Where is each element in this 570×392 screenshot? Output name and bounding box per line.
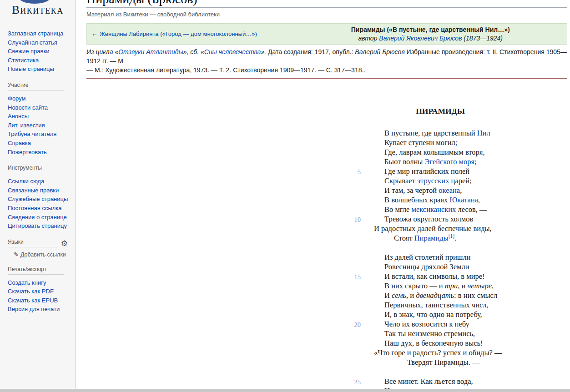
- wikisource-logo-icon: [19, 0, 50, 4]
- footnote-link[interactable]: [1]: [449, 233, 454, 239]
- gear-icon[interactable]: ⚙: [61, 240, 68, 247]
- author-link[interactable]: Валерий Яковлевич Брюсов: [379, 35, 462, 42]
- wiki-link[interactable]: Пирамиды: [414, 234, 449, 242]
- sidebar-link[interactable]: Заглавная страница: [8, 30, 63, 37]
- sidebar-item: Статистика: [8, 56, 76, 65]
- poem-text: Купает ступени могил;: [384, 138, 457, 147]
- sidebar-link[interactable]: Служебные страницы: [8, 196, 68, 202]
- info-mid2: ».: [261, 48, 268, 55]
- sidebar-link[interactable]: Цитировать страницу: [8, 222, 67, 229]
- wikisource-logo[interactable]: Викитека: [0, 0, 76, 25]
- sidebar-link[interactable]: Постоянная ссылка: [8, 205, 62, 211]
- poem-text: , и: [458, 281, 467, 290]
- sidebar-item: Скачать как PDF: [8, 287, 76, 296]
- wiki-link[interactable]: Эгейского моря: [424, 157, 474, 166]
- poem-line: И, в знак, что одно на потребу,: [384, 310, 567, 319]
- poem-line: И радостных далей беспечные виды,: [374, 224, 567, 233]
- line-number: 5: [336, 167, 361, 177]
- wiki-link[interactable]: Юкатана: [449, 196, 478, 204]
- poem-text: Чело их возносится к небу: [384, 320, 469, 328]
- horizontal-scrollbar[interactable]: [0, 389, 570, 392]
- add-links-label: Добавить ссылки: [20, 251, 66, 258]
- poem-text: Тревожа округлость холмов: [384, 215, 473, 223]
- wiki-link[interactable]: Нил: [477, 129, 490, 137]
- sidebar-link[interactable]: Трибуна читателя: [8, 131, 56, 137]
- poem-line: Ровесницы дряхлой Земли: [384, 262, 567, 271]
- sidebar-link[interactable]: Сведения о странице: [8, 214, 67, 221]
- sidebar-item: Лит. известия: [8, 121, 76, 130]
- sidebar-link[interactable]: Создать книгу: [8, 279, 46, 286]
- work-header: Пирамиды («В пустыне, где царственный Ни…: [298, 26, 562, 42]
- info-created: Дата создания: 1917, опубл.:: [268, 48, 355, 55]
- sidebar-item: Ссылки сюда: [8, 177, 76, 186]
- sidebar-link[interactable]: Скачать как PDF: [8, 288, 54, 295]
- poem-text: Где мир италийских полей: [384, 167, 469, 176]
- sidebar-link[interactable]: Пожертвовать: [8, 149, 47, 156]
- work-title: Пирамиды («В пустыне, где царственный Ни…: [298, 26, 562, 33]
- info-cycle-prefix: Из цикла «: [86, 48, 118, 55]
- emphasized-word: семь: [392, 291, 406, 300]
- sidebar-item: Форум: [8, 94, 76, 103]
- sidebar-item: Трибуна читателя: [8, 130, 76, 139]
- sidebar-link[interactable]: Статистика: [8, 57, 39, 64]
- content-area: Пирамиды (Брюсов) Материал из Викитеки —…: [76, 0, 570, 389]
- section-heading-participation: Участие: [8, 80, 64, 90]
- poem-navigation-box: ←Женщины Лабиринта («Город — дом многоко…: [86, 23, 567, 45]
- collection-link[interactable]: Сны человечества: [204, 48, 261, 55]
- poem-line: Стоят Пирамиды[1].: [394, 233, 567, 243]
- sidebar-link[interactable]: Скачать как EPUB: [8, 297, 58, 304]
- sidebar-link[interactable]: Анонсы: [8, 113, 29, 120]
- sidebar-link[interactable]: Новые страницы: [8, 65, 54, 72]
- sidebar-link[interactable]: Лит. известия: [8, 122, 45, 129]
- sidebar-item: Анонсы: [8, 112, 76, 121]
- sidebar-link[interactable]: Версия для печати: [8, 306, 60, 312]
- sidebar-link[interactable]: Форум: [8, 95, 26, 102]
- sidebar-section-participation: Участие ФорумНовости сайтаАнонсыЛит. изв…: [0, 80, 76, 156]
- poem-text: И радостных далей беспечные виды,: [374, 224, 492, 233]
- sidebar-link[interactable]: Случайная статья: [8, 39, 57, 46]
- poem-body: В пустыне, где царственный НилКупает сту…: [384, 128, 567, 392]
- poem-line: Твердят Пирамиды. —: [407, 357, 567, 367]
- poem-text: Из далей столетий пришли: [384, 253, 471, 261]
- sidebar-link[interactable]: Ссылки сюда: [8, 178, 44, 185]
- poem-line: 10Тревожа округлость холмов: [384, 214, 567, 224]
- poem-text: Все минет. Как льется вода,: [384, 377, 473, 386]
- sidebar-link[interactable]: Справка: [8, 140, 31, 146]
- page-title: Пирамиды (Брюсов): [86, 0, 567, 8]
- poem-text: В волшебных краях: [384, 196, 449, 204]
- line-number: 20: [336, 320, 361, 330]
- left-arrow-icon: ←: [91, 30, 97, 37]
- sidebar-link[interactable]: Новости сайта: [8, 104, 48, 111]
- wiki-link[interactable]: этрусских: [417, 176, 449, 185]
- sidebar-item: Справка: [8, 139, 76, 148]
- sidebar-item: Связанные правки: [8, 186, 76, 195]
- sidebar-link[interactable]: Свежие правки: [8, 48, 49, 55]
- poem-section: ПИРАМИДЫ В пустыне, где царственный НилК…: [86, 106, 567, 392]
- wiki-link[interactable]: мексиканских: [411, 205, 456, 214]
- poem-line: В пустыне, где царственный Нил: [384, 128, 567, 138]
- emphasized-word: двенадцать: [416, 291, 454, 300]
- poem-text: В пустыне, где царственный: [384, 129, 477, 137]
- poem-text: И встали, как символы, в мире!: [384, 272, 485, 281]
- sidebar-item: Пожертвовать: [8, 148, 76, 157]
- add-links-button[interactable]: ✎Добавить ссылки: [14, 251, 76, 258]
- sidebar-link[interactable]: Связанные правки: [8, 187, 59, 194]
- poem-line: Скрывает этрусских царей;: [384, 176, 567, 186]
- poem-line: Бьют волны Эгейского моря;: [384, 157, 567, 166]
- poem-line: Купает ступени могил;: [384, 138, 567, 147]
- sidebar-item: Свежие правки: [8, 47, 76, 56]
- poem-text: ;: [474, 157, 477, 166]
- sidebar-item: Скачать как EPUB: [8, 296, 76, 305]
- sidebar-item: Создать книгу: [8, 278, 76, 287]
- poem-text: Скрывает: [384, 176, 417, 185]
- wiki-link[interactable]: океана: [439, 186, 460, 195]
- poem-title: ПИРАМИДЫ: [384, 106, 496, 116]
- pencil-icon: ✎: [14, 251, 19, 258]
- line-number: 25: [336, 377, 361, 387]
- cycle-link[interactable]: Отзвуки Атлантиды: [118, 48, 183, 55]
- poem-line: В волшебных краях Юкатана,: [384, 195, 567, 205]
- author-years: (1873—1924): [462, 35, 503, 42]
- prev-work-link[interactable]: Женщины Лабиринта («Город — дом многокол…: [100, 30, 257, 37]
- poem-text: Твердят Пирамиды. —: [407, 358, 479, 367]
- poem-text: ,: [492, 281, 494, 290]
